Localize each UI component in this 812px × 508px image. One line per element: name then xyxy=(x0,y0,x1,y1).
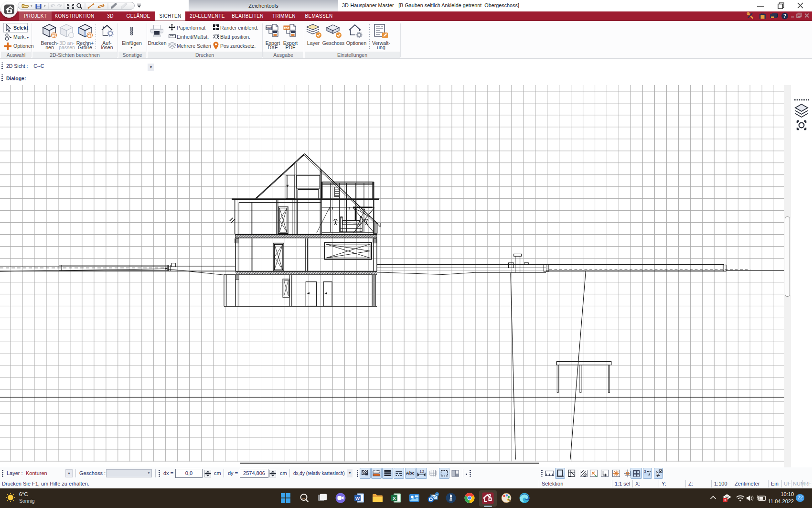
svg-text:X: X xyxy=(393,496,396,501)
svg-text:W: W xyxy=(355,496,360,501)
svg-text:PDF: PDF xyxy=(284,26,290,29)
svg-text:1,2: 1,2 xyxy=(420,470,424,473)
svg-text:?: ? xyxy=(783,13,786,19)
svg-text:3: 3 xyxy=(644,470,646,473)
svg-text:3: 3 xyxy=(725,498,727,502)
svg-text:DWG: DWG xyxy=(266,26,272,29)
